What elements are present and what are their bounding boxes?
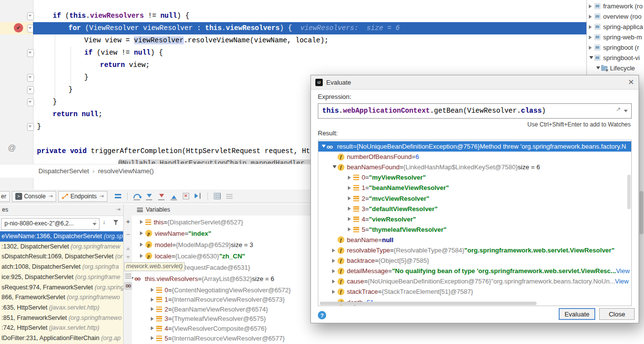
step-over-icon[interactable] <box>132 191 141 201</box>
chevron-right-icon[interactable] <box>588 25 594 29</box>
tab-debugger-partial[interactable]: er <box>0 191 10 202</box>
layout-settings-icon[interactable] <box>113 191 123 201</box>
breakpoint-icon[interactable]: ✔ <box>14 23 23 32</box>
result-row[interactable]: fbeanName = null <box>318 235 632 245</box>
result-row[interactable]: 1 = "beanNameViewResolver" <box>318 183 632 193</box>
code-line[interactable]: return view; <box>33 59 586 71</box>
result-row[interactable]: 2 = "mvcViewResolver" <box>318 193 632 204</box>
variable-row[interactable]: 4 = {ViewResolverComposite@6576} <box>132 323 586 333</box>
chevron-right-icon[interactable] <box>588 35 594 39</box>
maven-item[interactable]: mspring-applica <box>587 22 644 32</box>
result-row[interactable]: fbacktrace = {Object[5]@7585} <box>318 255 632 266</box>
chevron-down-icon[interactable] <box>595 65 601 71</box>
evaluate-expression-icon[interactable] <box>212 191 222 201</box>
variables-menu-icon[interactable] <box>137 208 143 212</box>
chevron-right-icon[interactable] <box>347 227 353 231</box>
chevron-right-icon[interactable] <box>347 186 353 190</box>
chevron-right-icon[interactable] <box>150 307 156 311</box>
code-line[interactable]: if (this.viewResolvers != null) { <box>33 10 586 22</box>
chevron-right-icon[interactable] <box>347 207 353 211</box>
frame-row[interactable]: :1302, DispatcherServlet (org.springfram… <box>0 242 123 252</box>
step-out-icon[interactable] <box>169 191 178 201</box>
editor-gutter[interactable]: ✔ @ <box>0 0 34 189</box>
chevron-right-icon[interactable] <box>331 290 338 294</box>
frame-row[interactable]: ice:925, DispatcherServlet (org.springfr… <box>0 272 123 282</box>
chevron-right-icon[interactable] <box>150 288 156 292</box>
frame-down-icon[interactable]: ↓ <box>102 218 106 225</box>
frame-row[interactable]: atch:1008, DispatcherServlet (org.spring… <box>0 262 123 272</box>
chevron-right-icon[interactable] <box>150 336 156 340</box>
breadcrumb-method[interactable]: resolveViewName() <box>98 167 154 175</box>
chevron-right-icon[interactable] <box>331 269 338 273</box>
code-line[interactable]: if (view != null) { <box>33 47 586 59</box>
thread-selector[interactable]: p-nio-8080-exec-2"@6,2... <box>1 218 100 230</box>
chevron-down-icon[interactable] <box>331 164 338 170</box>
maven-scrollbar[interactable] <box>640 191 644 234</box>
result-row[interactable]: 4 = "viewResolver" <box>318 214 632 224</box>
result-vscrollbar[interactable] <box>627 175 631 209</box>
chevron-down-icon[interactable] <box>320 143 327 150</box>
chevron-right-icon[interactable] <box>588 15 594 19</box>
expression-input[interactable]: this.webApplicationContext.getBean(ViewR… <box>318 103 632 119</box>
maven-item[interactable]: mspringboot-vi <box>587 53 644 63</box>
chevron-right-icon[interactable] <box>139 243 145 247</box>
tab-endpoints[interactable]: Endpoints ⇥ <box>58 191 107 202</box>
tab-console[interactable]: > Console ⇥ <box>12 191 56 202</box>
variable-row[interactable]: 5 = {InternalResourceViewResolver@6577} <box>132 333 586 343</box>
chevron-down-icon[interactable] <box>588 55 594 61</box>
chevron-right-icon[interactable] <box>139 220 145 224</box>
frame-row[interactable]: :851, FrameworkServlet (org.springframew… <box>0 313 123 323</box>
result-row[interactable]: fstackTrace = {StackTraceElement[51]@758… <box>318 286 632 297</box>
show-watches-button[interactable]: oo <box>124 282 132 290</box>
chevron-right-icon[interactable] <box>150 326 156 330</box>
frame-row[interactable]: :742, HttpServlet (javax.servlet.http) <box>0 323 123 333</box>
frames-pin-icon[interactable]: ⇥ <box>116 206 120 213</box>
chevron-right-icon[interactable] <box>588 46 594 50</box>
code-line[interactable]: View view = viewResolver.resolveViewName… <box>33 34 586 47</box>
editor-scrollbar-mark[interactable] <box>581 23 584 33</box>
chevron-right-icon[interactable] <box>139 231 145 235</box>
result-hscrollbar[interactable] <box>320 302 537 305</box>
filter-frames-icon[interactable] <box>113 220 119 226</box>
result-row[interactable]: 5 = "thymeleafViewResolver" <box>318 224 632 235</box>
result-row[interactable]: 0 = "myViewResolver" <box>318 172 632 183</box>
result-row[interactable]: fbeanNamesFound = {LinkedHashMap$LinkedK… <box>318 162 632 172</box>
maven-item[interactable]: moverview (roo <box>587 11 644 22</box>
step-into-icon[interactable] <box>144 191 154 201</box>
frame-row[interactable]: 866, FrameworkServlet (org.springframewo <box>0 292 123 303</box>
breadcrumb-class[interactable]: DispatcherServlet <box>38 167 89 175</box>
run-to-cursor-icon[interactable] <box>194 191 203 201</box>
maven-item[interactable]: mspring-web-m <box>587 32 644 42</box>
close-button[interactable]: Close <box>599 308 635 320</box>
add-watch-button[interactable]: + <box>124 217 133 225</box>
chevron-right-icon[interactable] <box>139 254 145 258</box>
maven-item[interactable]: mspringboot (r <box>587 42 644 53</box>
chevron-right-icon[interactable] <box>331 259 338 263</box>
close-icon[interactable]: ✕ <box>628 78 634 87</box>
result-row[interactable]: fnumberOfBeansFound = 6 <box>318 152 632 162</box>
frame-row[interactable]: :635, HttpServlet (javax.servlet.http) <box>0 303 123 313</box>
chevron-right-icon[interactable] <box>588 4 594 8</box>
chevron-right-icon[interactable] <box>347 217 353 221</box>
chevron-right-icon[interactable] <box>347 196 353 200</box>
result-row[interactable]: 3 = "defaultViewResolver" <box>318 204 632 214</box>
frame-row[interactable]: sRequest:974, FrameworkServlet (org.spri… <box>0 282 123 293</box>
maven-item[interactable]: mframework (ro <box>587 1 644 11</box>
expression-history-chevron-icon[interactable] <box>624 110 628 114</box>
chevron-right-icon[interactable] <box>150 298 156 302</box>
result-row[interactable]: fcause = {NoUniqueBeanDefinitionExceptio… <box>318 276 632 286</box>
remove-watch-button[interactable]: − <box>124 230 133 238</box>
code-line[interactable]: for (ViewResolver viewResolver : this.vi… <box>33 22 586 34</box>
force-step-into-icon[interactable] <box>157 191 166 201</box>
chevron-right-icon[interactable] <box>347 176 353 180</box>
dialog-titlebar[interactable]: IJ Evaluate ✕ <box>311 75 639 90</box>
frame-row[interactable]: lDoFilter:231, ApplicationFilterChain (o… <box>0 333 123 344</box>
chevron-right-icon[interactable] <box>331 280 338 283</box>
drop-frame-icon[interactable]: ✕ <box>181 191 191 201</box>
result-row[interactable]: ooresult = {NoUniqueBeanDefinitionExcept… <box>318 141 632 152</box>
maven-item[interactable]: Lifecycle <box>587 63 644 73</box>
frame-row[interactable]: eViewName:1366, DispatcherServlet (org.s… <box>0 231 123 242</box>
chevron-right-icon[interactable] <box>331 249 338 252</box>
result-row[interactable]: fdetailMessage = "No qualifying bean of … <box>318 266 632 276</box>
help-icon[interactable]: ? <box>318 311 326 319</box>
